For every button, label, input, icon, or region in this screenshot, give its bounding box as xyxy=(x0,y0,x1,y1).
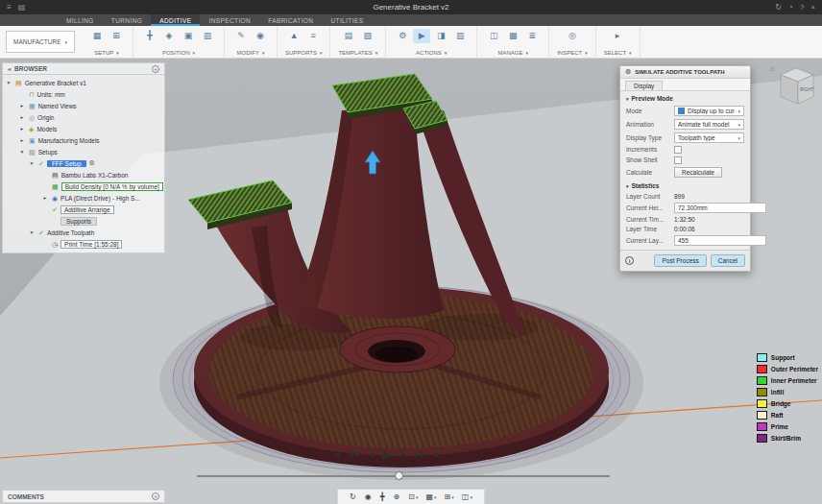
place-parts-icon[interactable]: ▣ xyxy=(180,29,197,43)
browser-item[interactable]: ◷ Print Time [1:55:28] xyxy=(3,238,164,250)
cancel-button[interactable]: Cancel xyxy=(711,254,745,267)
group-label-manage[interactable]: MANAGE xyxy=(497,50,528,56)
skip-start-button[interactable]: |◀ xyxy=(332,451,340,459)
item-label[interactable]: Additive Toolpath xyxy=(47,229,94,236)
close-icon[interactable]: × xyxy=(810,4,815,12)
automatic-orientation-icon[interactable]: ◈ xyxy=(160,29,178,43)
post-process-button[interactable]: Post Process xyxy=(654,254,706,267)
dialog-header[interactable]: SIMULATE ADDITIVE TOOLPATH xyxy=(620,66,750,79)
item-label[interactable]: Origin xyxy=(37,114,54,121)
display-settings-icon[interactable]: ▦ ▾ xyxy=(426,493,437,501)
group-label-position[interactable]: POSITION xyxy=(162,50,195,56)
item-label[interactable]: Models xyxy=(36,126,57,132)
item-label[interactable]: Units: mm xyxy=(36,91,64,98)
expand-arrow-icon[interactable]: ▾ xyxy=(28,229,36,235)
measure-icon[interactable]: ◎ xyxy=(564,29,581,43)
step-back-button[interactable]: ◀ xyxy=(368,451,374,459)
add-setup-icon[interactable] xyxy=(152,65,159,73)
browser-item[interactable]: ▦ Build Density [0 N/A % by volume] xyxy=(3,180,164,192)
group-label-modify[interactable]: MODIFY xyxy=(237,50,265,56)
grid-settings-icon[interactable]: ⊞ ▾ xyxy=(445,493,454,501)
orbit-icon[interactable]: ↻ xyxy=(350,493,357,501)
help-icon[interactable]: ? xyxy=(800,4,804,12)
simulation-timeline-slider[interactable] xyxy=(197,475,610,477)
viewports-icon[interactable]: ◫ ▾ xyxy=(462,493,472,501)
browser-item[interactable]: ✓ Additive Arrange xyxy=(3,204,164,215)
expand-arrow-icon[interactable]: ▾ xyxy=(5,80,12,85)
current-height-input[interactable] xyxy=(674,203,766,213)
move-icon[interactable]: ╋ xyxy=(141,29,158,43)
skip-end-button[interactable]: ▶| xyxy=(435,451,443,459)
item-label[interactable]: Build Density [0 N/A % by volume] xyxy=(61,182,163,191)
bar-support-icon[interactable]: ≡ xyxy=(304,29,322,43)
file-menu-icon[interactable]: ▤ xyxy=(18,4,26,12)
browser-item[interactable]: Supports xyxy=(3,215,164,227)
item-label[interactable]: Generative Bracket v1 xyxy=(25,80,86,86)
manufacture-workspace-button[interactable]: MANUFACTURE xyxy=(6,31,75,53)
expand-arrow-icon[interactable]: ▸ xyxy=(18,137,26,143)
item-label[interactable]: FFF Setup xyxy=(47,160,86,167)
fit-icon[interactable]: ⊡ ▾ xyxy=(408,493,418,501)
select-icon[interactable]: ▸ xyxy=(609,29,626,43)
info-icon[interactable] xyxy=(625,256,634,265)
additive-setup-icon[interactable]: ▦ xyxy=(88,29,106,43)
mode-dropdown[interactable]: Display up to curre xyxy=(674,106,744,116)
generate-icon[interactable]: ⚙ xyxy=(394,29,411,43)
data-panel-icon[interactable]: ≡ xyxy=(7,4,12,12)
machine-library-icon[interactable]: ◫ xyxy=(485,29,502,43)
browser-item[interactable]: ⊓ Units: mm xyxy=(3,88,164,100)
browser-item[interactable]: ▸ ◉ PLA (Direct Drive) - High S... xyxy=(3,192,164,204)
browser-item[interactable]: ▸ ▦ Named Views xyxy=(3,100,164,111)
print-setting-library-icon[interactable]: ▩ xyxy=(504,29,521,43)
browser-item[interactable]: ▸ ◈ Models xyxy=(3,123,164,134)
expand-arrow-icon[interactable]: ▸ xyxy=(41,195,49,201)
tab-fabrication[interactable]: FABRICATION xyxy=(259,14,322,26)
browser-item[interactable]: ▤ Bambu Labs X1-Carbon xyxy=(3,169,164,180)
group-label-setup[interactable]: SETUP xyxy=(94,50,119,56)
task-manager-icon[interactable]: ≣ xyxy=(523,29,541,43)
job-status-icon[interactable]: ↻ xyxy=(775,4,782,12)
tab-utilities[interactable]: UTILITIES xyxy=(322,14,372,26)
group-label-actions[interactable]: ACTIONS xyxy=(416,50,447,56)
group-label-select[interactable]: SELECT xyxy=(604,50,632,56)
template-library-icon[interactable]: ▧ xyxy=(359,29,376,43)
edit-model-icon[interactable]: ✎ xyxy=(232,29,250,43)
recalculate-button[interactable]: Recalculate xyxy=(674,167,722,178)
section-statistics[interactable]: Statistics xyxy=(620,179,750,191)
item-label[interactable]: Setups xyxy=(38,149,58,156)
zoom-icon[interactable]: ⊕ xyxy=(394,493,401,501)
expand-arrow-icon[interactable]: ▾ xyxy=(18,149,26,155)
tab-milling[interactable]: MILLING xyxy=(58,14,103,26)
viewcube[interactable]: ⌂ RIGHT xyxy=(769,60,819,111)
group-label-supports[interactable]: SUPPORTS xyxy=(285,50,322,56)
pan-icon[interactable]: ╋ xyxy=(380,493,386,501)
tab-additive[interactable]: ADDITIVE xyxy=(151,14,200,26)
browser-item[interactable]: ▸ ▣ Manufacturing Models xyxy=(3,134,164,146)
current-layer-input[interactable] xyxy=(674,235,766,246)
item-label[interactable]: Named Views xyxy=(38,103,77,109)
expand-arrow-icon[interactable]: ▸ xyxy=(18,103,26,108)
show-shell-checkbox[interactable] xyxy=(674,156,682,164)
play-reverse-button[interactable]: ◀◀ xyxy=(349,451,360,459)
look-at-icon[interactable]: ◉ xyxy=(365,493,373,501)
item-label[interactable]: PLA (Direct Drive) - High S... xyxy=(60,195,140,202)
tab-inspection[interactable]: INSPECTION xyxy=(200,14,259,26)
play-forward-button[interactable]: ▶▶ xyxy=(415,451,426,459)
volume-support-icon[interactable]: ▲ xyxy=(285,29,302,43)
post-process-icon[interactable]: ◨ xyxy=(432,29,449,43)
comments-panel[interactable]: COMMENTS xyxy=(2,490,165,503)
browser-item[interactable]: ▾ ▧ Setups xyxy=(3,146,164,157)
notifications-icon[interactable]: ◔ xyxy=(788,4,793,12)
play-button[interactable]: ▶ xyxy=(382,448,392,461)
add-comment-icon[interactable] xyxy=(152,492,159,500)
item-label[interactable]: Additive Arrange xyxy=(60,205,114,214)
hole-segmentation-icon[interactable]: ◉ xyxy=(252,29,269,43)
tab-display[interactable]: Display xyxy=(625,81,663,90)
item-label[interactable]: Supports xyxy=(60,217,97,226)
group-label-templates[interactable]: TEMPLATES xyxy=(338,50,377,56)
increments-checkbox[interactable] xyxy=(674,146,682,154)
expand-arrow-icon[interactable]: ▾ xyxy=(28,160,36,166)
section-preview-mode[interactable]: Preview Mode xyxy=(620,91,750,104)
expand-arrow-icon[interactable]: ▸ xyxy=(18,126,26,132)
display-type-dropdown[interactable]: Toolpath type xyxy=(674,132,744,143)
